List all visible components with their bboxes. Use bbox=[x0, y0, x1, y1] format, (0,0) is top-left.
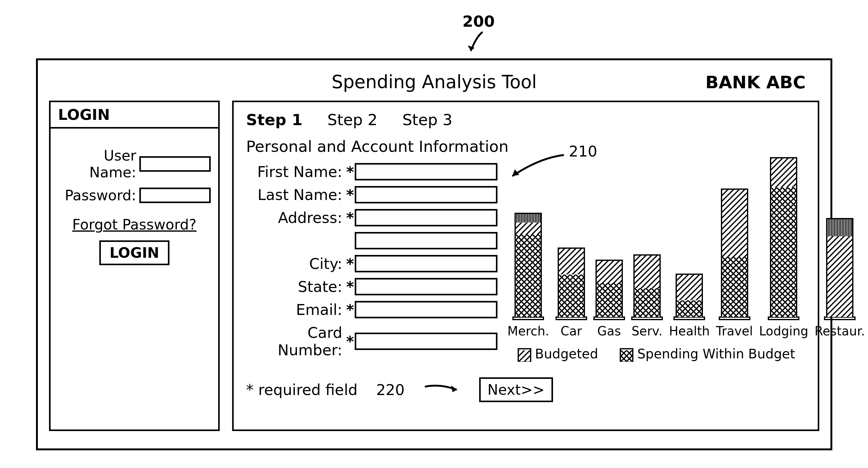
arrow-icon bbox=[467, 30, 489, 55]
spending-chart: Merch.CarGasServ.HealthTravelLodgingRest… bbox=[507, 152, 805, 362]
address-line1-input[interactable] bbox=[355, 209, 497, 226]
required-star-icon: * bbox=[345, 332, 355, 350]
bar bbox=[558, 247, 585, 317]
arrow-icon bbox=[423, 382, 461, 398]
required-star-icon: * bbox=[345, 255, 355, 272]
city-input[interactable] bbox=[355, 255, 497, 272]
svg-rect-3 bbox=[516, 214, 540, 223]
login-button[interactable]: LOGIN bbox=[99, 240, 169, 265]
login-panel: LOGIN User Name: Password: Forgot Passwo… bbox=[49, 100, 220, 431]
user-info-form: First Name:* Last Name:* Address:* City:… bbox=[246, 163, 507, 359]
required-note: * required field bbox=[246, 381, 358, 399]
card-number-label: Card Number: bbox=[246, 324, 345, 359]
last-name-input[interactable] bbox=[355, 186, 497, 203]
category-label: Merch. bbox=[507, 324, 549, 338]
bar-column: Gas bbox=[593, 260, 625, 338]
bar bbox=[721, 188, 748, 317]
first-name-label: First Name: bbox=[246, 163, 345, 180]
forgot-password-link[interactable]: Forgot Password? bbox=[72, 216, 196, 233]
bar bbox=[595, 260, 623, 317]
svg-rect-19 bbox=[827, 236, 852, 317]
app-window: Spending Analysis Tool BANK ABC LOGIN Us… bbox=[36, 58, 832, 450]
email-input[interactable] bbox=[355, 301, 497, 318]
svg-rect-20 bbox=[519, 350, 530, 361]
svg-rect-15 bbox=[722, 257, 747, 317]
required-star-icon: * bbox=[345, 186, 355, 203]
last-name-label: Last Name: bbox=[246, 186, 345, 203]
required-star-icon: * bbox=[345, 301, 355, 318]
category-label: Gas bbox=[597, 324, 621, 338]
card-number-input[interactable] bbox=[355, 332, 497, 350]
category-label: Restaur. bbox=[815, 324, 865, 338]
email-label: Email: bbox=[246, 301, 345, 318]
svg-rect-17 bbox=[771, 187, 796, 317]
bar bbox=[633, 254, 661, 317]
bar bbox=[770, 157, 797, 317]
bar-column: Serv. bbox=[631, 254, 663, 338]
bar-column: Merch. bbox=[507, 213, 549, 338]
address-label: Address: bbox=[246, 209, 345, 226]
svg-rect-6 bbox=[559, 249, 584, 274]
first-name-input[interactable] bbox=[355, 163, 497, 180]
bank-name: BANK ABC bbox=[705, 72, 806, 92]
svg-rect-18 bbox=[827, 219, 852, 236]
step-1-tab[interactable]: Step 1 bbox=[246, 111, 303, 129]
city-label: City: bbox=[246, 255, 345, 272]
svg-rect-12 bbox=[677, 275, 702, 300]
bar-column: Restaur. bbox=[815, 218, 865, 338]
category-label: Lodging bbox=[759, 324, 808, 338]
step-2-tab[interactable]: Step 2 bbox=[328, 111, 378, 129]
main-panel: Step 1 Step 2 Step 3 Personal and Accoun… bbox=[232, 100, 819, 431]
bar-column: Lodging bbox=[759, 157, 808, 338]
username-label: User Name: bbox=[58, 147, 140, 181]
svg-rect-5 bbox=[516, 234, 540, 317]
password-input[interactable] bbox=[140, 187, 211, 203]
login-header: LOGIN bbox=[51, 102, 218, 128]
state-label: State: bbox=[246, 278, 345, 295]
step-tabs: Step 1 Step 2 Step 3 bbox=[246, 111, 805, 129]
legend-swatch-spending bbox=[620, 348, 633, 362]
username-input[interactable] bbox=[140, 156, 211, 172]
svg-rect-7 bbox=[559, 274, 584, 317]
category-label: Health bbox=[669, 324, 710, 338]
required-star-icon: * bbox=[345, 163, 355, 180]
password-label: Password: bbox=[58, 187, 140, 204]
next-button[interactable]: Next>> bbox=[479, 377, 553, 402]
figure-label: 200 bbox=[462, 12, 495, 30]
address-line2-input[interactable] bbox=[355, 232, 497, 250]
bar-column: Health bbox=[669, 273, 710, 338]
svg-rect-4 bbox=[516, 223, 540, 235]
svg-rect-8 bbox=[597, 261, 622, 283]
state-input[interactable] bbox=[355, 278, 497, 295]
svg-rect-10 bbox=[634, 256, 659, 288]
required-star-icon: * bbox=[345, 209, 355, 226]
step-3-tab[interactable]: Step 3 bbox=[402, 111, 453, 129]
category-label: Serv. bbox=[631, 324, 662, 338]
legend-swatch-budgeted bbox=[518, 348, 531, 362]
required-star-icon: * bbox=[345, 278, 355, 295]
svg-rect-9 bbox=[597, 283, 622, 317]
chart-legend: Budgeted Spending Within Budget bbox=[507, 346, 805, 362]
svg-rect-13 bbox=[677, 300, 702, 317]
legend-label-spending: Spending Within Budget bbox=[637, 346, 795, 361]
titlebar: Spending Analysis Tool BANK ABC bbox=[38, 60, 831, 100]
bar bbox=[676, 273, 703, 317]
bar bbox=[826, 218, 854, 317]
annotation-220: 220 bbox=[376, 381, 405, 399]
svg-rect-21 bbox=[621, 350, 632, 361]
bar bbox=[515, 213, 542, 317]
bar-column: Car bbox=[556, 247, 587, 338]
svg-rect-16 bbox=[771, 158, 796, 187]
bar-column: Travel bbox=[716, 188, 753, 338]
category-label: Travel bbox=[716, 324, 753, 338]
svg-rect-11 bbox=[634, 288, 659, 317]
svg-rect-14 bbox=[722, 190, 747, 257]
legend-label-budgeted: Budgeted bbox=[535, 346, 598, 361]
category-label: Car bbox=[560, 324, 582, 338]
